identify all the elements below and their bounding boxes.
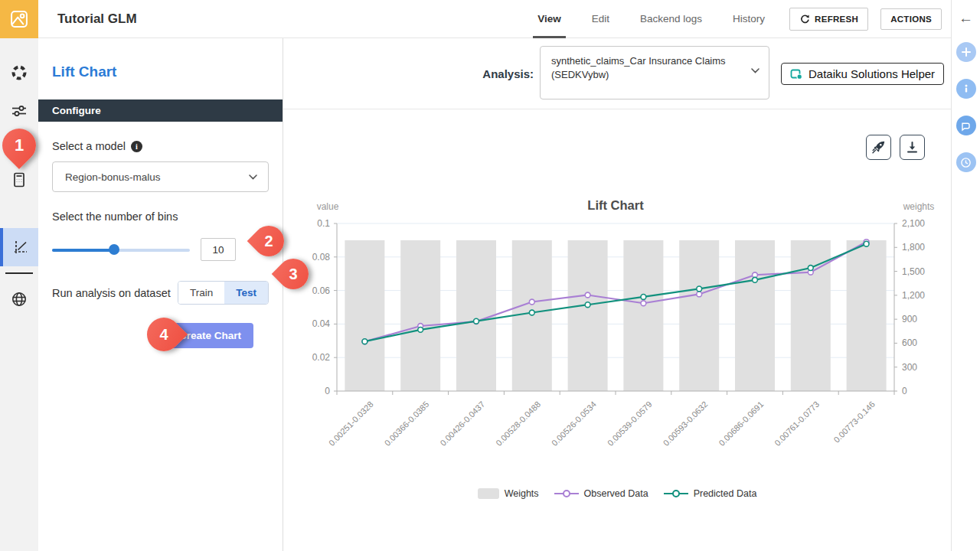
legend-label: Weights bbox=[505, 488, 539, 499]
legend-item-predicted: Predicted Data bbox=[664, 488, 757, 499]
x-category-label: 0.00773-0.146 bbox=[831, 399, 877, 445]
history-clock-icon bbox=[960, 157, 972, 168]
train-toggle-button[interactable]: Train bbox=[178, 282, 224, 304]
analysis-select[interactable]: synthetic_claims_Car Insurance Claims (S… bbox=[540, 46, 769, 99]
sidebar-item-settings[interactable] bbox=[0, 92, 38, 130]
tab-view[interactable]: View bbox=[525, 0, 573, 38]
image-icon bbox=[8, 8, 30, 30]
legend-item-observed: Observed Data bbox=[554, 488, 648, 499]
x-category-label: 0.00251-0.0328 bbox=[327, 399, 375, 448]
config-panel: Lift Chart Configure Select a model i Re… bbox=[38, 38, 283, 551]
legend-item-weights: Weights bbox=[478, 488, 539, 499]
x-category-label: 0.00526-0.0534 bbox=[550, 399, 598, 448]
axes-chart-icon bbox=[11, 238, 30, 256]
lift-chart: 00.020.040.060.080.103006009001,2001,500… bbox=[283, 193, 951, 460]
x-category-label: 0.00426-0.0437 bbox=[438, 399, 486, 448]
plus-icon bbox=[961, 47, 972, 57]
bins-field-label: Select the number of bins bbox=[52, 210, 269, 223]
sidebar-item-globe[interactable] bbox=[0, 280, 38, 318]
slider-fill bbox=[52, 249, 114, 252]
panel-title: Lift Chart bbox=[52, 64, 283, 80]
slider-handle[interactable] bbox=[109, 244, 119, 255]
right-axis-title: weights bbox=[903, 201, 935, 212]
model-info-icon[interactable]: i bbox=[131, 141, 142, 152]
observed-data-point bbox=[529, 299, 534, 305]
analysis-select-value: synthetic_claims_Car Insurance Claims (S… bbox=[551, 55, 726, 80]
analysis-label: Analysis: bbox=[482, 67, 534, 80]
chevron-down-icon bbox=[751, 68, 760, 73]
weights-bar bbox=[623, 240, 663, 391]
history-button[interactable] bbox=[956, 152, 976, 172]
boost-button[interactable] bbox=[866, 135, 891, 160]
predicted-data-point bbox=[753, 277, 758, 282]
tab-backend-logs[interactable]: Backend logs bbox=[628, 0, 714, 38]
sliders-icon bbox=[10, 102, 28, 120]
analysis-row: Analysis: synthetic_claims_Car Insurance… bbox=[283, 38, 951, 109]
left-tick-label: 0 bbox=[325, 386, 330, 396]
weights-bar bbox=[456, 240, 496, 391]
weights-swatch bbox=[478, 488, 499, 499]
test-toggle-button[interactable]: Test bbox=[224, 282, 268, 304]
chat-button[interactable] bbox=[956, 116, 976, 135]
chart-legend: Weights Observed Data Predicted Data bbox=[283, 488, 951, 499]
dataiku-solutions-helper-button[interactable]: Dataiku Solutions Helper bbox=[781, 63, 944, 85]
sidebar-item-loader[interactable] bbox=[0, 54, 38, 92]
predicted-data-point bbox=[529, 310, 534, 315]
right-sidebar: ← bbox=[951, 0, 980, 551]
weights-bar bbox=[345, 240, 384, 391]
right-tick-label: 0 bbox=[902, 386, 907, 396]
chat-icon bbox=[960, 120, 972, 132]
weights-bar bbox=[679, 240, 719, 391]
observed-line-swatch bbox=[554, 489, 579, 498]
bins-label-text: Select the number of bins bbox=[52, 210, 178, 223]
bins-input[interactable] bbox=[201, 238, 236, 261]
configure-section-header: Configure bbox=[38, 99, 283, 122]
helper-button-label: Dataiku Solutions Helper bbox=[808, 67, 935, 80]
actions-button[interactable]: ACTIONS bbox=[880, 8, 942, 30]
back-arrow-icon[interactable]: ← bbox=[959, 11, 973, 25]
model-label-text: Select a model bbox=[52, 140, 126, 152]
actions-label: ACTIONS bbox=[890, 15, 932, 24]
weights-bar bbox=[847, 240, 887, 391]
left-tick-label: 0.02 bbox=[312, 352, 331, 363]
predicted-data-point bbox=[362, 339, 368, 344]
weights-bar bbox=[735, 240, 775, 391]
left-axis-title: value bbox=[317, 201, 339, 212]
left-tick-label: 0.08 bbox=[312, 252, 331, 262]
right-tick-label: 1,200 bbox=[902, 290, 925, 301]
predicted-data-point bbox=[697, 286, 702, 292]
predicted-data-point bbox=[808, 266, 813, 271]
dataset-toggle: Train Test bbox=[178, 281, 269, 305]
model-select-value: Region-bonus-malus bbox=[65, 171, 161, 183]
sidebar-item-lift-chart[interactable] bbox=[0, 228, 38, 266]
predicted-line-swatch bbox=[664, 489, 688, 498]
predicted-data-point bbox=[864, 241, 869, 246]
add-button[interactable] bbox=[956, 42, 976, 62]
refresh-button[interactable]: REFRESH bbox=[789, 8, 868, 31]
legend-label: Observed Data bbox=[584, 488, 648, 499]
predicted-data-point bbox=[585, 302, 590, 308]
download-button[interactable] bbox=[900, 135, 925, 160]
loader-circle-icon bbox=[10, 64, 28, 82]
weights-bar bbox=[568, 240, 608, 391]
left-tick-label: 0.04 bbox=[312, 318, 331, 329]
right-tick-label: 1,800 bbox=[902, 242, 925, 253]
info-icon bbox=[961, 83, 972, 94]
predicted-data-point bbox=[418, 327, 423, 332]
download-icon bbox=[906, 141, 919, 154]
info-button[interactable] bbox=[956, 79, 976, 99]
x-category-label: 0.00539-0.0579 bbox=[606, 399, 654, 448]
model-select[interactable]: Region-bonus-malus bbox=[52, 161, 269, 192]
observed-data-point bbox=[697, 292, 702, 297]
dataset-label: Run analysis on dataset bbox=[52, 287, 171, 299]
x-category-label: 0.00366-0.0385 bbox=[383, 399, 431, 448]
dataiku-helper-icon bbox=[790, 68, 803, 80]
chevron-down-icon bbox=[249, 174, 257, 180]
observed-data-point bbox=[585, 292, 590, 298]
bins-slider[interactable] bbox=[52, 244, 190, 255]
right-tick-label: 2,100 bbox=[902, 218, 925, 229]
tab-history[interactable]: History bbox=[720, 0, 777, 38]
left-tick-label: 0.1 bbox=[317, 218, 330, 229]
sidebar-divider bbox=[5, 272, 33, 274]
tab-edit[interactable]: Edit bbox=[580, 0, 622, 38]
